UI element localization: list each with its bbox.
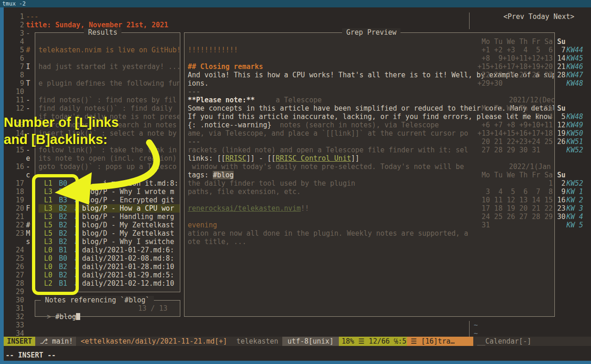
git-branch: ⎇ main! xyxy=(35,337,76,346)
annotation-highlight-box xyxy=(32,174,79,295)
calendar-window-label: __Calendar[-] xyxy=(473,337,591,346)
file-path: <ettelkasten/daily/2021-11-21.md[+] xyxy=(77,337,230,346)
results-window-title: Results xyxy=(84,28,121,37)
plugin-name: telekasten xyxy=(236,337,282,346)
statusline: INSERT ⎇ main! <ettelkasten/daily/2021-1… xyxy=(4,337,591,346)
search-prompt[interactable]: > #blog xyxy=(38,304,80,313)
prompt-window-title: Notes referencing `#blog` xyxy=(41,296,154,304)
grep-preview-window: Grep Preview xyxy=(184,32,555,317)
search-input[interactable]: #blog xyxy=(55,313,76,321)
result-counter: 13 / 13 xyxy=(138,304,167,313)
terminal-bottom-border xyxy=(0,361,591,364)
prompt-symbol: > xyxy=(47,313,55,321)
text-cursor xyxy=(76,313,80,320)
tmux-titlebar: tmux -2 xyxy=(0,0,591,7)
window-separator[interactable] xyxy=(469,13,470,29)
mode-indicator: INSERT xyxy=(4,337,35,346)
terminal-left-border xyxy=(0,7,4,364)
window-separator[interactable] xyxy=(469,321,470,338)
annotation-line1: Number of [L]inks xyxy=(4,114,119,131)
encoding-indicator: utf-8[unix] xyxy=(282,337,339,346)
grep-preview-title: Grep Preview xyxy=(342,28,400,37)
buffer-indicator: ☰ [16]tra… xyxy=(407,337,473,346)
mode-message: -- INSERT -- xyxy=(6,351,56,360)
position-indicator: 18% ☰ 12/66 ℅:50 xyxy=(339,337,407,346)
